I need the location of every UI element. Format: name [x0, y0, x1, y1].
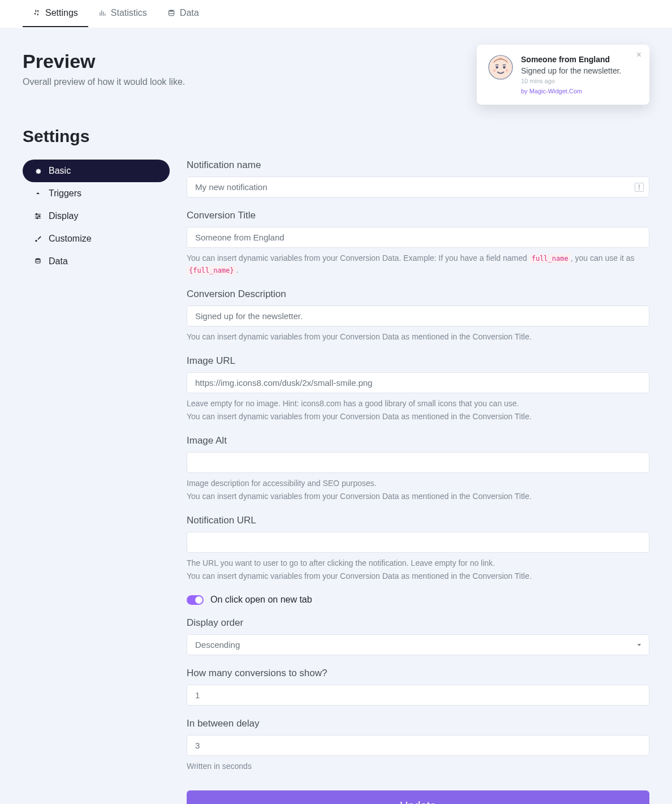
settings-title: Settings	[23, 127, 649, 146]
gear-icon	[34, 167, 42, 175]
notification-name-input[interactable]	[187, 177, 649, 197]
open-new-tab-label: On click open on new tab	[210, 595, 312, 605]
image-url-hint2: You can insert dynamic variables from yo…	[187, 411, 649, 423]
image-url-hint1: Leave empty for no image. Hint: icons8.c…	[187, 398, 649, 410]
sidebar-item-label: Customize	[49, 234, 92, 244]
svg-point-0	[169, 10, 174, 12]
svg-point-7	[38, 216, 40, 217]
chevron-up-icon	[34, 190, 42, 197]
notification-toast: × Someone from England Signed up for the…	[477, 45, 649, 105]
svg-point-4	[493, 69, 496, 72]
sidebar-item-basic[interactable]: Basic	[23, 160, 170, 182]
open-new-tab-toggle[interactable]	[187, 595, 204, 605]
between-delay-hint: Written in seconds	[187, 760, 649, 772]
toast-description: Signed up for the newsletter.	[521, 66, 638, 75]
side-nav: Basic Triggers Display Customize	[23, 160, 170, 804]
database-icon	[167, 9, 175, 17]
top-tabs: Settings Statistics Data	[0, 0, 672, 28]
code-pill: {full_name}	[187, 266, 236, 275]
conversions-count-label: How many conversions to show?	[187, 668, 649, 679]
between-delay-input[interactable]	[187, 735, 649, 756]
toast-credit[interactable]: by Magic-Widget.Com	[521, 88, 638, 94]
sidebar-item-label: Basic	[49, 166, 71, 176]
conversion-title-hint: You can insert dynamic variables from yo…	[187, 252, 649, 276]
tab-settings-label: Settings	[45, 8, 78, 18]
toast-time: 10 mins ago	[521, 78, 638, 84]
input-suffix-icon: !	[635, 183, 644, 192]
svg-point-3	[503, 66, 506, 69]
conversion-description-label: Conversion Description	[187, 289, 649, 300]
notification-name-label: Notification name	[187, 160, 649, 171]
image-url-label: Image URL	[187, 355, 649, 367]
image-alt-hint1: Image description for accessibility and …	[187, 478, 649, 489]
preview-section: Preview Overall preview of how it would …	[23, 50, 649, 87]
notification-url-hint2: You can insert dynamic variables from yo…	[187, 570, 649, 582]
close-icon[interactable]: ×	[636, 50, 641, 59]
sidebar-item-customize[interactable]: Customize	[23, 227, 170, 250]
notification-url-label: Notification URL	[187, 515, 649, 526]
svg-point-8	[37, 217, 38, 218]
sliders-icon	[34, 212, 42, 220]
display-order-label: Display order	[187, 617, 649, 629]
svg-point-2	[496, 66, 498, 69]
image-alt-input[interactable]	[187, 452, 649, 473]
sidebar-item-label: Display	[49, 211, 78, 221]
display-order-select[interactable]: Descending	[187, 634, 649, 655]
conversion-description-hint: You can insert dynamic variables from yo…	[187, 331, 649, 343]
sidebar-item-data[interactable]: Data	[23, 250, 170, 273]
sidebar-item-display[interactable]: Display	[23, 205, 170, 227]
image-url-input[interactable]	[187, 372, 649, 393]
toast-title: Someone from England	[521, 55, 638, 64]
tab-statistics-label: Statistics	[111, 8, 147, 18]
code-pill: full_name	[529, 254, 571, 263]
svg-point-6	[36, 213, 37, 214]
conversion-description-input[interactable]	[187, 306, 649, 326]
conversions-count-input[interactable]	[187, 685, 649, 706]
chart-bar-icon	[98, 9, 106, 17]
form-area: Notification name ! Conversion Title You…	[187, 160, 649, 804]
sidebar-item-label: Data	[49, 256, 68, 266]
conversion-title-input[interactable]	[187, 227, 649, 248]
notification-url-input[interactable]	[187, 532, 649, 553]
between-delay-label: In between delay	[187, 718, 649, 729]
svg-point-9	[36, 258, 40, 260]
cogs-icon	[33, 8, 41, 18]
update-button[interactable]: Update	[187, 790, 649, 804]
database-icon	[34, 257, 42, 265]
image-alt-label: Image Alt	[187, 435, 649, 446]
sidebar-item-label: Triggers	[49, 188, 81, 199]
conversion-title-label: Conversion Title	[187, 210, 649, 221]
tab-data[interactable]: Data	[157, 0, 209, 27]
notification-url-hint1: The URL you want to user to go to after …	[187, 557, 649, 569]
tab-data-label: Data	[180, 8, 199, 18]
sidebar-item-triggers[interactable]: Triggers	[23, 182, 170, 205]
avatar-icon	[488, 55, 513, 80]
tab-settings[interactable]: Settings	[23, 0, 88, 27]
image-alt-hint2: You can insert dynamic variables from yo…	[187, 491, 649, 502]
svg-point-5	[506, 69, 509, 72]
tab-statistics[interactable]: Statistics	[88, 0, 157, 27]
brush-icon	[34, 235, 42, 243]
